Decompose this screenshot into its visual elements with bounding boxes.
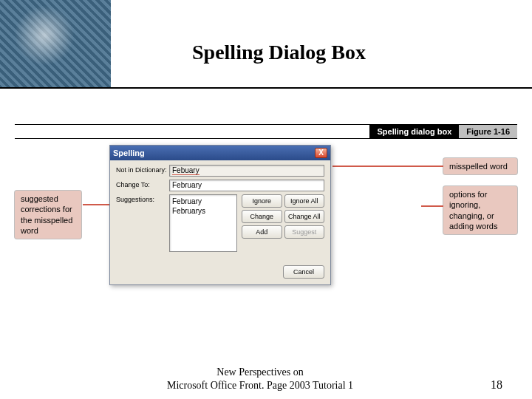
spelling-dialog: Spelling X Not in Dictionary: Febuary Ch…	[109, 145, 331, 285]
button-column: Ignore Ignore All Change Change All Add …	[242, 194, 324, 239]
footer-line2: Microsoft Office Front. Page 2003 Tutori…	[167, 379, 353, 392]
ignore-all-button[interactable]: Ignore All	[284, 194, 325, 208]
label-suggestions: Suggestions:	[116, 194, 165, 203]
callout-misspelled: misspelled word	[443, 158, 517, 174]
header-rule	[0, 87, 532, 89]
footer-line1: New Perspectives on	[167, 366, 353, 379]
figure-caption-bar: Spelling dialog box Figure 1-16	[15, 124, 517, 139]
slide-header: Spelling Dialog Box	[0, 0, 532, 89]
dialog-body: Not in Dictionary: Febuary Change To: Fe…	[110, 160, 330, 284]
field-change-to[interactable]: February	[169, 180, 324, 191]
slide-footer: New Perspectives on Microsoft Office Fro…	[0, 366, 532, 392]
dialog-titlebar[interactable]: Spelling X	[110, 146, 330, 160]
suggestions-listbox[interactable]: February Februarys	[169, 194, 237, 252]
add-button[interactable]: Add	[242, 225, 282, 239]
label-change-to: Change To:	[116, 180, 165, 188]
value-not-in-dictionary: Febuary	[172, 166, 200, 175]
dialog-title: Spelling	[113, 149, 145, 157]
slide-title: Spelling Dialog Box	[192, 41, 366, 64]
suggest-button[interactable]: Suggest	[284, 225, 325, 239]
close-icon[interactable]: X	[315, 148, 327, 158]
value-change-to: February	[172, 181, 202, 189]
callout-options: options for ignoring, changing, or addin…	[443, 186, 517, 234]
suggestion-item[interactable]: Februarys	[172, 206, 234, 216]
field-not-in-dictionary: Febuary	[169, 165, 324, 177]
figure-number: Figure 1-16	[459, 125, 517, 138]
slide-number: 18	[491, 378, 502, 392]
figure-caption: Spelling dialog box	[369, 125, 459, 138]
callout-line-top	[332, 166, 443, 167]
change-all-button[interactable]: Change All	[284, 210, 325, 223]
callout-line-left	[83, 204, 109, 205]
figure-stage: suggested corrections for the misspelled…	[15, 139, 517, 309]
ignore-button[interactable]: Ignore	[242, 194, 282, 208]
figure-wrap: Spelling dialog box Figure 1-16 suggeste…	[15, 124, 517, 309]
cancel-button[interactable]: Cancel	[283, 265, 324, 279]
footer-text: New Perspectives on Microsoft Office Fro…	[167, 366, 353, 392]
callout-suggestions: suggested corrections for the misspelled…	[15, 191, 81, 239]
row-suggestions: Suggestions: February Februarys Ignore I…	[116, 194, 324, 252]
change-button[interactable]: Change	[242, 210, 282, 223]
suggestion-item[interactable]: February	[172, 197, 234, 206]
callout-line-mid	[421, 205, 443, 207]
row-not-in-dictionary: Not in Dictionary: Febuary	[116, 165, 324, 177]
label-not-in-dictionary: Not in Dictionary:	[116, 165, 165, 174]
cancel-row: Cancel	[116, 265, 324, 279]
decorative-globe-image	[0, 0, 111, 89]
row-change-to: Change To: February	[116, 180, 324, 191]
